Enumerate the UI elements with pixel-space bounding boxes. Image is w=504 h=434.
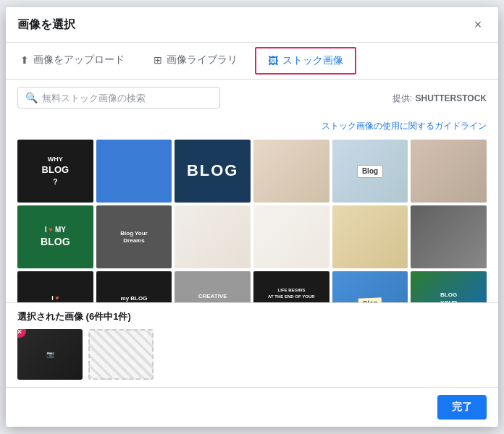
grid-item-6[interactable] (411, 140, 487, 203)
tab-stock[interactable]: 🖼 ストック画像 (255, 47, 356, 75)
selected-section: 選択された画像 (6件中1件) 📷 × (6, 302, 498, 387)
grid-item-7[interactable]: I ♥ MY BLOG (17, 205, 93, 268)
image-grid: WHY BLOG ? BLOG B (17, 140, 487, 302)
grid-item-8[interactable]: Blog Your Dreams (96, 205, 172, 268)
selected-empty-slot (88, 329, 154, 380)
modal-header: 画像を選択 × (6, 7, 498, 43)
selected-images-row: 📷 × (17, 329, 487, 380)
library-icon: ⊞ (154, 54, 162, 66)
provider-info: 提供: SHUTTERSTOCK (392, 91, 487, 105)
grid-item-1[interactable]: WHY BLOG ? (17, 140, 93, 203)
grid-item-13[interactable]: I ♥ blogging (17, 271, 93, 302)
provider-prefix: 提供: (392, 93, 412, 103)
search-icon: 🔍 (25, 92, 38, 103)
grid-item-4[interactable] (253, 140, 329, 203)
search-box: 🔍 (17, 87, 220, 109)
tab-upload[interactable]: ⬆ 画像をアップロード (6, 43, 139, 79)
tab-upload-label: 画像をアップロード (33, 54, 125, 67)
search-row: 🔍 提供: SHUTTERSTOCK (6, 80, 498, 116)
tab-library[interactable]: ⊞ 画像ライブラリ (139, 43, 252, 79)
grid-item-3[interactable]: BLOG (175, 140, 251, 203)
grid-item-14[interactable]: my BLOG is alive (96, 271, 172, 302)
modal-footer: 完了 (6, 387, 498, 427)
provider-name: SHUTTERSTOCK (416, 93, 487, 103)
image-grid-container[interactable]: WHY BLOG ? BLOG B (6, 137, 498, 302)
grid-item-16[interactable]: LIFE BEGINS AT THE END OF YOUR COMFORT Z… (253, 271, 329, 302)
modal-dialog: 画像を選択 × ⬆ 画像をアップロード ⊞ 画像ライブラリ 🖼 ストック画像 🔍… (6, 7, 498, 427)
guideline-section: ストック画像の使用に関するガイドライン (6, 116, 498, 137)
grid-item-5[interactable]: Blog (332, 140, 408, 203)
selected-thumb-1[interactable]: 📷 × (17, 329, 83, 380)
search-input[interactable] (42, 93, 212, 103)
upload-icon: ⬆ (20, 54, 29, 66)
done-button[interactable]: 完了 (437, 395, 487, 420)
modal-title: 画像を選択 (17, 17, 75, 33)
grid-item-15[interactable]: CREATIVE BLOG (175, 271, 251, 302)
grid-item-9[interactable] (175, 205, 251, 268)
tab-library-label: 画像ライブラリ (167, 54, 238, 67)
tab-stock-label: ストック画像 (282, 54, 343, 67)
stock-icon: 🖼 (268, 55, 278, 67)
grid-item-10[interactable] (253, 205, 329, 268)
tabs-row: ⬆ 画像をアップロード ⊞ 画像ライブラリ 🖼 ストック画像 (6, 43, 498, 80)
selected-label: 選択された画像 (6件中1件) (17, 310, 487, 323)
grid-item-12[interactable] (411, 205, 487, 268)
grid-item-17[interactable]: Blog (332, 271, 408, 302)
grid-item-11[interactable] (332, 205, 408, 268)
grid-item-18[interactable]: BLOG YOUR STORY (411, 271, 487, 302)
close-button[interactable]: × (469, 16, 487, 33)
grid-item-2[interactable] (96, 140, 172, 203)
guideline-link[interactable]: ストック画像の使用に関するガイドライン (322, 121, 487, 131)
